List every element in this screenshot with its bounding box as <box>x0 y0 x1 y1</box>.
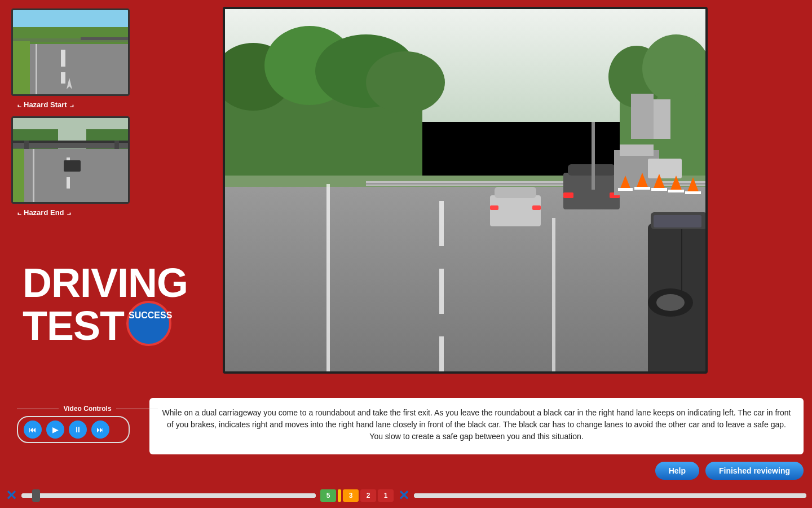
rewind-button[interactable]: ⏮ <box>24 421 42 439</box>
bracket-left-icon: ⌞ <box>17 100 21 108</box>
svg-rect-42 <box>439 336 444 374</box>
bracket-left-2-icon: ⌞ <box>17 208 21 216</box>
score-box-5: 5 <box>320 489 336 502</box>
hazard-end-label-wrap: ⌞ Hazard End ⌟ <box>17 206 152 218</box>
finished-reviewing-button[interactable]: Finished reviewing <box>705 462 804 480</box>
svg-rect-22 <box>13 149 24 204</box>
svg-rect-21 <box>64 160 81 172</box>
hazard-start-thumbnail-container: ⌞ Hazard Start ⌟ <box>11 8 152 111</box>
svg-rect-50 <box>563 192 573 198</box>
progress-end-cross[interactable]: ✕ <box>398 488 409 503</box>
progress-track-right[interactable] <box>414 493 806 498</box>
hazard-end-thumbnail-container: ⌞ Hazard End ⌟ <box>11 116 152 218</box>
play-button[interactable]: ▶ <box>46 421 64 439</box>
svg-rect-46 <box>490 205 498 210</box>
svg-rect-62 <box>668 190 684 192</box>
svg-rect-35 <box>225 184 708 374</box>
logo-area: DRIVING TEST SUCCESS <box>23 262 220 348</box>
svg-rect-17 <box>13 149 130 204</box>
left-panel: ⌞ Hazard Start ⌟ <box>11 8 152 223</box>
svg-rect-60 <box>651 188 667 191</box>
main-container: ⌞ Hazard Start ⌟ <box>0 0 812 508</box>
bracket-right-icon: ⌟ <box>69 100 74 108</box>
score-box-1: 1 <box>378 489 394 502</box>
svg-rect-20 <box>33 149 34 204</box>
svg-rect-19 <box>67 177 70 189</box>
svg-rect-54 <box>648 159 682 178</box>
svg-rect-67 <box>654 215 701 227</box>
svg-rect-14 <box>13 141 130 143</box>
help-button[interactable]: Help <box>655 462 699 480</box>
video-controls-label: Video Controls <box>59 405 116 413</box>
svg-rect-41 <box>439 269 444 314</box>
svg-rect-43 <box>552 218 555 374</box>
video-controls-label-line: Video Controls <box>17 405 158 413</box>
bracket-right-2-icon: ⌟ <box>67 208 71 216</box>
main-video-area <box>223 7 708 374</box>
svg-rect-64 <box>685 191 701 194</box>
hazard-start-thumbnail[interactable] <box>11 8 130 96</box>
score-box-3: 3 <box>343 489 359 502</box>
progress-thumb[interactable] <box>32 489 40 502</box>
svg-rect-72 <box>592 122 595 190</box>
score-segment: 5 3 2 1 <box>320 489 394 502</box>
video-controls-area: Video Controls ⏮ ▶ ⏸ ⏭ <box>17 405 158 443</box>
svg-rect-8 <box>13 41 30 96</box>
progress-track-left[interactable] <box>21 493 316 498</box>
hazard-end-thumbnail[interactable] <box>11 116 130 204</box>
logo-success-badge: SUCCESS <box>126 301 171 346</box>
svg-rect-39 <box>326 184 330 374</box>
progress-bar-area: ✕ 5 3 2 1 ✕ <box>6 488 806 503</box>
svg-rect-33 <box>631 94 654 139</box>
hazard-start-label-wrap: ⌞ Hazard Start ⌟ <box>17 98 152 111</box>
svg-rect-4 <box>61 72 65 84</box>
svg-rect-45 <box>495 187 536 198</box>
hazard-start-label: Hazard Start <box>24 100 67 109</box>
progress-fill-left <box>21 493 316 498</box>
svg-rect-44 <box>490 195 541 226</box>
score-divider-yellow <box>338 489 341 502</box>
svg-rect-3 <box>61 50 65 67</box>
svg-rect-58 <box>634 187 650 190</box>
logo-success-text: SUCCESS <box>129 310 169 321</box>
svg-rect-40 <box>439 201 444 246</box>
svg-point-70 <box>656 294 685 311</box>
controls-wrap: ⏮ ▶ ⏸ ⏭ <box>17 416 130 443</box>
logo-test-text: TEST <box>23 305 124 346</box>
description-text: While on a dual carriageway you come to … <box>161 407 792 443</box>
svg-rect-56 <box>618 188 633 191</box>
progress-fill-right <box>414 493 806 498</box>
svg-point-32 <box>642 34 708 102</box>
score-box-2: 2 <box>360 489 376 502</box>
description-box: While on a dual carriageway you come to … <box>149 398 804 454</box>
svg-rect-34 <box>654 99 670 139</box>
svg-rect-5 <box>36 44 37 96</box>
progress-start-cross[interactable]: ✕ <box>6 488 17 503</box>
svg-rect-47 <box>532 205 541 210</box>
forward-button[interactable]: ⏭ <box>91 421 109 439</box>
logo-driving-text: DRIVING <box>23 262 220 303</box>
svg-rect-53 <box>620 144 654 156</box>
svg-point-29 <box>366 51 445 113</box>
pause-button[interactable]: ⏸ <box>69 421 87 439</box>
svg-rect-9 <box>81 37 130 40</box>
hazard-end-label: Hazard End <box>24 208 64 217</box>
